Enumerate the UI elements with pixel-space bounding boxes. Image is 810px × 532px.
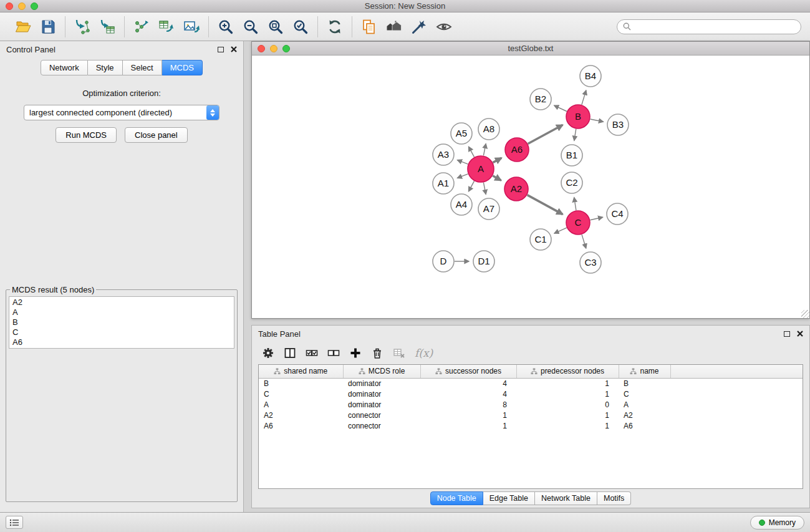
table-cell[interactable]: A2 bbox=[619, 410, 670, 420]
edge-A-A6[interactable] bbox=[493, 158, 501, 162]
refresh-button[interactable] bbox=[325, 17, 345, 37]
optimization-criterion-dropdown[interactable]: largest connected component (directed) bbox=[24, 105, 219, 120]
node-C[interactable]: C bbox=[566, 211, 590, 235]
column-header-successor-nodes[interactable]: successor nodes bbox=[420, 365, 516, 378]
deselect-all-button[interactable] bbox=[327, 347, 340, 359]
table-cell[interactable]: 1 bbox=[516, 420, 619, 431]
table-cell[interactable]: 0 bbox=[516, 399, 619, 410]
edge-C-C4[interactable] bbox=[591, 217, 603, 220]
tab-style[interactable]: Style bbox=[88, 60, 123, 75]
open-session-button[interactable] bbox=[13, 17, 33, 37]
column-header-shared-name[interactable]: shared name bbox=[259, 365, 343, 378]
node-B2[interactable]: B2 bbox=[530, 89, 551, 110]
minimize-window-icon[interactable] bbox=[18, 2, 26, 10]
copy-page-button[interactable] bbox=[359, 17, 379, 37]
memory-button[interactable]: Memory bbox=[750, 516, 804, 530]
export-table-button[interactable] bbox=[157, 17, 176, 37]
table-cell[interactable]: dominator bbox=[343, 378, 420, 389]
float-table-panel-icon[interactable] bbox=[784, 331, 790, 337]
zoom-in-button[interactable] bbox=[216, 17, 236, 37]
result-item[interactable]: B bbox=[12, 317, 231, 327]
node-A4[interactable]: A4 bbox=[451, 194, 472, 215]
table-cell[interactable]: A2 bbox=[259, 410, 343, 420]
node-D[interactable]: D bbox=[433, 251, 454, 272]
node-A8[interactable]: A8 bbox=[478, 118, 499, 140]
table-cell[interactable]: A6 bbox=[259, 420, 343, 431]
close-panel-icon[interactable] bbox=[231, 46, 237, 52]
edge-B-B4[interactable] bbox=[582, 90, 586, 105]
tab-motifs[interactable]: Motifs bbox=[597, 491, 631, 505]
table-row[interactable]: Adominator80A bbox=[259, 399, 803, 410]
table-row[interactable]: Cdominator41C bbox=[259, 389, 803, 399]
export-network-button[interactable] bbox=[132, 17, 152, 37]
node-B[interactable]: B bbox=[566, 105, 590, 128]
apply-style-button[interactable] bbox=[409, 17, 429, 37]
column-visibility-button[interactable] bbox=[284, 347, 296, 359]
edge-C-C1[interactable] bbox=[554, 228, 567, 233]
tab-edge-table[interactable]: Edge Table bbox=[483, 491, 535, 505]
table-cell[interactable]: B bbox=[259, 378, 343, 389]
resize-grip-icon[interactable] bbox=[801, 310, 809, 318]
table-cell[interactable]: 1 bbox=[420, 420, 516, 431]
edge-C-C3[interactable] bbox=[582, 235, 586, 248]
result-item[interactable]: A bbox=[12, 307, 231, 317]
table-cell[interactable]: connector bbox=[343, 410, 420, 420]
search-box[interactable] bbox=[617, 19, 801, 34]
select-all-button[interactable] bbox=[306, 347, 318, 359]
edge-A-A5[interactable] bbox=[469, 147, 475, 157]
clear-table-button[interactable] bbox=[393, 347, 405, 359]
node-A5[interactable]: A5 bbox=[451, 123, 472, 144]
node-B1[interactable]: B1 bbox=[561, 145, 582, 166]
table-cell[interactable]: dominator bbox=[343, 389, 420, 399]
table-cell[interactable]: A bbox=[259, 399, 343, 410]
edge-A-A8[interactable] bbox=[483, 144, 486, 156]
show-panels-button[interactable] bbox=[6, 516, 23, 529]
table-cell[interactable]: A bbox=[619, 399, 670, 410]
node-table-wrap[interactable]: shared nameMCDS rolesuccessor nodesprede… bbox=[258, 364, 803, 489]
zoom-out-button[interactable] bbox=[241, 17, 261, 37]
column-header-predecessor-nodes[interactable]: predecessor nodes bbox=[516, 365, 619, 378]
node-A6[interactable]: A6 bbox=[505, 138, 529, 162]
run-mcds-button[interactable]: Run MCDS bbox=[55, 127, 117, 143]
result-item[interactable]: C bbox=[12, 327, 231, 337]
edge-A6-B[interactable] bbox=[528, 125, 563, 143]
result-item[interactable]: A2 bbox=[12, 297, 231, 307]
node-A3[interactable]: A3 bbox=[433, 144, 454, 165]
zoom-window-icon[interactable] bbox=[31, 2, 38, 10]
table-cell[interactable]: 4 bbox=[420, 389, 516, 399]
tab-node-table[interactable]: Node Table bbox=[430, 491, 483, 505]
table-cell[interactable]: 1 bbox=[420, 410, 516, 420]
edge-C-C2[interactable] bbox=[574, 198, 576, 211]
table-cell[interactable]: dominator bbox=[343, 399, 420, 410]
table-row[interactable]: A2connector11A2 bbox=[259, 410, 803, 420]
table-cell[interactable]: C bbox=[259, 389, 343, 399]
result-item[interactable]: A6 bbox=[12, 337, 231, 347]
eye-button[interactable] bbox=[434, 17, 454, 37]
zoom-fit-button[interactable] bbox=[266, 17, 286, 37]
minimize-network-icon[interactable] bbox=[270, 45, 277, 52]
add-row-button[interactable] bbox=[349, 347, 362, 359]
edge-B-B2[interactable] bbox=[554, 105, 567, 111]
table-cell[interactable]: B bbox=[619, 378, 670, 389]
network-graph[interactable]: B4B2BB3A5A8A6B1A3AC2A1A2A4A7C4CC1C3DD1 bbox=[252, 56, 809, 318]
import-table-button[interactable] bbox=[97, 17, 117, 37]
edge-A2-C[interactable] bbox=[528, 195, 563, 215]
node-A[interactable]: A bbox=[468, 156, 494, 182]
table-cell[interactable]: C bbox=[619, 389, 670, 399]
tab-network[interactable]: Network bbox=[41, 60, 88, 75]
close-panel-button[interactable]: Close panel bbox=[125, 127, 188, 143]
node-C4[interactable]: C4 bbox=[607, 203, 628, 225]
node-D1[interactable]: D1 bbox=[473, 251, 494, 272]
edge-A-A1[interactable] bbox=[457, 174, 468, 178]
node-B4[interactable]: B4 bbox=[580, 65, 601, 87]
table-cell[interactable]: 1 bbox=[516, 410, 619, 420]
edge-B-B1[interactable] bbox=[574, 129, 576, 141]
close-window-icon[interactable] bbox=[6, 2, 13, 10]
import-network-button[interactable] bbox=[72, 17, 92, 37]
zoom-network-icon[interactable] bbox=[282, 45, 290, 52]
edge-A-A3[interactable] bbox=[457, 160, 468, 165]
delete-row-button[interactable] bbox=[371, 347, 383, 359]
node-B3[interactable]: B3 bbox=[607, 114, 629, 135]
node-A2[interactable]: A2 bbox=[504, 177, 528, 201]
function-builder-label[interactable]: f(x) bbox=[415, 347, 433, 359]
